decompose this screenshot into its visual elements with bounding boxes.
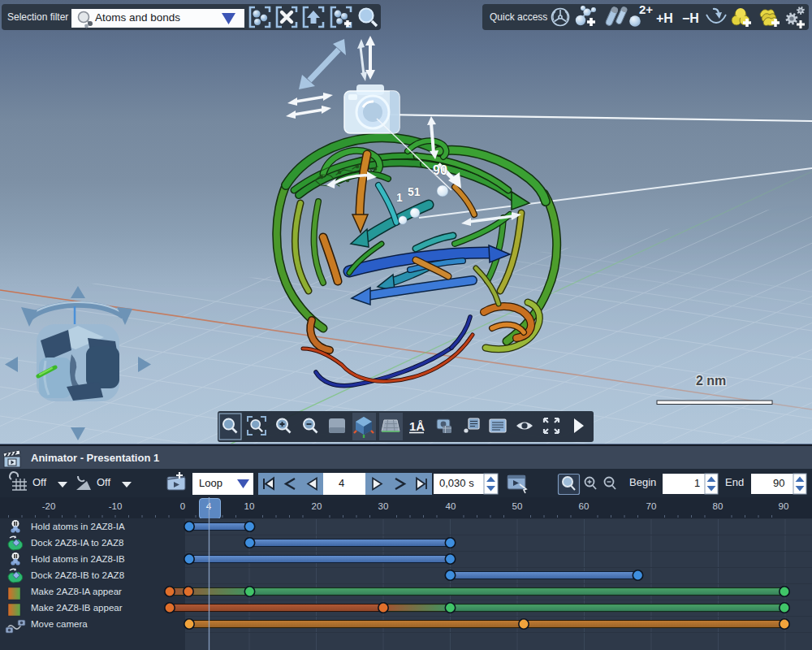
svg-text:90: 90 — [433, 163, 447, 177]
svg-text:+H: +H — [656, 11, 673, 25]
svg-text:1Å: 1Å — [409, 419, 425, 433]
svg-text:1: 1 — [396, 191, 403, 204]
svg-text:51: 51 — [408, 185, 421, 198]
svg-text:2 nm: 2 nm — [696, 374, 726, 388]
svg-text:−H: −H — [682, 11, 699, 25]
svg-text:2+: 2+ — [639, 2, 653, 16]
